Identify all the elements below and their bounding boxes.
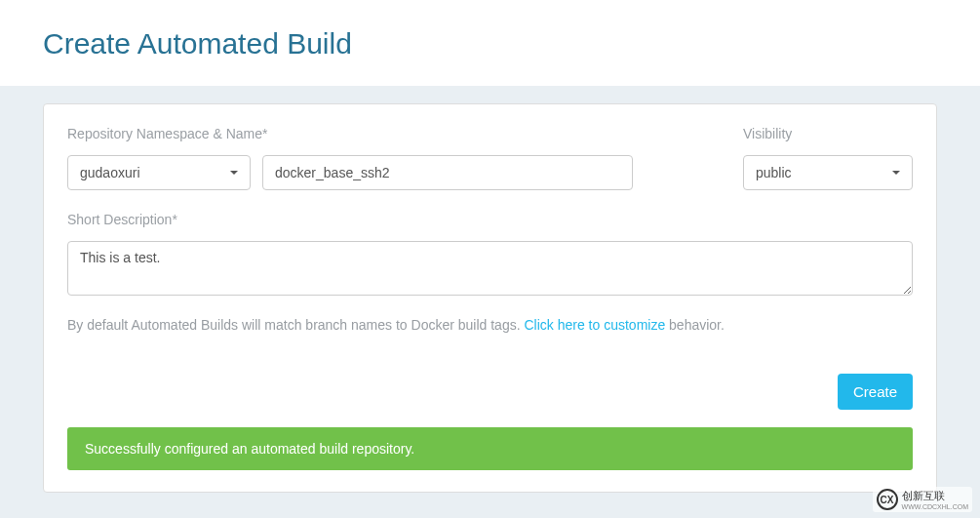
- description-textarea[interactable]: [67, 241, 913, 296]
- customize-link[interactable]: Click here to customize: [524, 317, 665, 333]
- visibility-dropdown-value: public: [756, 165, 792, 180]
- watermark-text-wrap: 创新互联 WWW.CDCXHL.COM: [902, 489, 968, 510]
- caret-down-icon: [892, 171, 900, 175]
- description-group: Short Description*: [67, 212, 913, 296]
- namespace-name-group: Repository Namespace & Name* gudaoxuri: [67, 126, 633, 190]
- content-area: Repository Namespace & Name* gudaoxuri V…: [0, 86, 980, 518]
- create-button[interactable]: Create: [838, 374, 913, 410]
- success-alert: Successfully configured an automated bui…: [67, 427, 913, 470]
- page-header: Create Automated Build: [0, 0, 980, 86]
- info-text: By default Automated Builds will match b…: [67, 317, 913, 333]
- info-suffix: behavior.: [665, 317, 725, 333]
- namespace-dropdown[interactable]: gudaoxuri: [67, 155, 251, 190]
- caret-down-icon: [230, 171, 238, 175]
- watermark-logo-icon: CX: [877, 489, 898, 510]
- namespace-name-fields: gudaoxuri: [67, 155, 633, 190]
- visibility-group: Visibility public: [743, 126, 913, 190]
- namespace-label: Repository Namespace & Name*: [67, 126, 633, 141]
- description-label: Short Description*: [67, 212, 913, 227]
- repo-name-input[interactable]: [262, 155, 633, 190]
- name-visibility-row: Repository Namespace & Name* gudaoxuri V…: [67, 126, 913, 190]
- watermark: CX 创新互联 WWW.CDCXHL.COM: [873, 487, 972, 512]
- page-title: Create Automated Build: [43, 27, 937, 60]
- button-row: Create: [67, 374, 913, 410]
- info-prefix: By default Automated Builds will match b…: [67, 317, 524, 333]
- visibility-label: Visibility: [743, 126, 913, 141]
- watermark-brand: 创新互联: [902, 489, 968, 503]
- form-panel: Repository Namespace & Name* gudaoxuri V…: [43, 103, 937, 493]
- visibility-dropdown[interactable]: public: [743, 155, 913, 190]
- watermark-sub: WWW.CDCXHL.COM: [902, 503, 968, 510]
- namespace-dropdown-value: gudaoxuri: [80, 165, 140, 180]
